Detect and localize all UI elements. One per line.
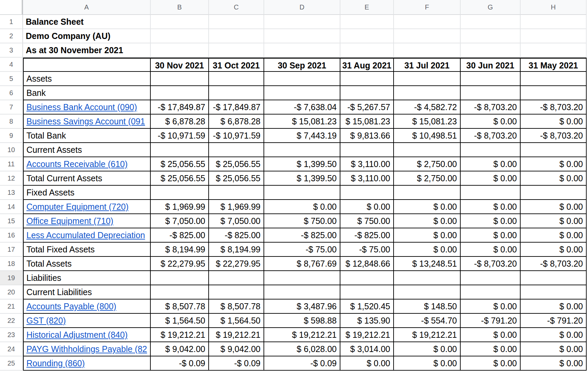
cell-E7[interactable]: -$ 5,267.57 xyxy=(340,100,394,115)
cell-H6[interactable] xyxy=(521,86,587,100)
cell-H12[interactable]: $ 0.00 xyxy=(521,171,587,186)
cell-B23[interactable]: $ 19,212.21 xyxy=(151,328,209,342)
cell-H23[interactable]: $ 0.00 xyxy=(521,328,587,342)
cell-D23[interactable]: $ 19,212.21 xyxy=(264,328,340,342)
cell-F23[interactable]: $ 19,212.21 xyxy=(394,328,461,342)
cell-F5[interactable] xyxy=(394,72,461,86)
cell-D16[interactable]: -$ 825.00 xyxy=(264,228,340,243)
column-header-E[interactable]: E xyxy=(340,0,394,15)
cell-D22[interactable]: $ 598.88 xyxy=(264,314,340,328)
select-all-corner[interactable] xyxy=(0,0,23,15)
cell-B4[interactable]: 30 Nov 2021 xyxy=(151,58,209,72)
cell-G11[interactable]: $ 0.00 xyxy=(461,157,521,171)
cell-D4[interactable]: 30 Sep 2021 xyxy=(264,58,340,72)
cell-G23[interactable]: $ 0.00 xyxy=(461,328,521,342)
cell-H21[interactable]: $ 0.00 xyxy=(521,299,587,314)
cell-F21[interactable]: $ 148.50 xyxy=(394,299,461,314)
cell-E20[interactable] xyxy=(340,285,394,299)
cell-C1[interactable] xyxy=(209,15,264,29)
cell-B22[interactable]: $ 1,564.50 xyxy=(151,314,209,328)
row-header-10[interactable]: 10 xyxy=(0,143,23,157)
cell-G20[interactable] xyxy=(461,285,521,299)
cell-B3[interactable] xyxy=(151,43,209,58)
cell-E12[interactable]: $ 3,110.00 xyxy=(340,171,394,186)
cell-G24[interactable]: $ 0.00 xyxy=(461,342,521,356)
cell-E9[interactable]: $ 9,813.66 xyxy=(340,129,394,143)
row-header-5[interactable]: 5 xyxy=(0,72,23,86)
cell-F6[interactable] xyxy=(394,86,461,100)
cell-C13[interactable] xyxy=(209,186,264,200)
cell-F24[interactable]: $ 0.00 xyxy=(394,342,461,356)
cell-A24-account-link[interactable]: PAYG Withholdings Payable (82 xyxy=(23,342,151,356)
cell-H8[interactable]: $ 0.00 xyxy=(521,115,587,129)
cell-D15[interactable]: $ 750.00 xyxy=(264,214,340,228)
cell-D18[interactable]: $ 8,767.69 xyxy=(264,257,340,271)
cell-B8[interactable]: $ 6,878.28 xyxy=(151,115,209,129)
cell-C8[interactable]: $ 6,878.28 xyxy=(209,115,264,129)
row-header-2[interactable]: 2 xyxy=(0,29,23,43)
cell-E23[interactable]: $ 19,212.21 xyxy=(340,328,394,342)
cell-C18[interactable]: $ 22,279.95 xyxy=(209,257,264,271)
cell-G12[interactable]: $ 0.00 xyxy=(461,171,521,186)
cell-B1[interactable] xyxy=(151,15,209,29)
cell-A23-account-link[interactable]: Historical Adjustment (840) xyxy=(23,328,151,342)
cell-E2[interactable] xyxy=(340,29,394,43)
cell-G25[interactable]: $ 0.00 xyxy=(461,356,521,371)
cell-D13[interactable] xyxy=(264,186,340,200)
cell-E5[interactable] xyxy=(340,72,394,86)
row-header-13[interactable]: 13 xyxy=(0,186,23,200)
cell-E24[interactable]: $ 3,014.00 xyxy=(340,342,394,356)
cell-G14[interactable]: $ 0.00 xyxy=(461,200,521,214)
cell-E18[interactable]: $ 12,848.66 xyxy=(340,257,394,271)
cell-E6[interactable] xyxy=(340,86,394,100)
cell-G3[interactable] xyxy=(461,43,521,58)
row-header-23[interactable]: 23 xyxy=(0,328,23,342)
cell-D10[interactable] xyxy=(264,143,340,157)
row-header-3[interactable]: 3 xyxy=(0,43,23,58)
cell-G21[interactable]: $ 0.00 xyxy=(461,299,521,314)
cell-D8[interactable]: $ 15,081.23 xyxy=(264,115,340,129)
cell-F12[interactable]: $ 2,750.00 xyxy=(394,171,461,186)
cell-G13[interactable] xyxy=(461,186,521,200)
cell-B2[interactable] xyxy=(151,29,209,43)
cell-B5[interactable] xyxy=(151,72,209,86)
cell-B6[interactable] xyxy=(151,86,209,100)
cell-C6[interactable] xyxy=(209,86,264,100)
cell-A2[interactable]: Demo Company (AU) xyxy=(23,29,151,43)
cell-E22[interactable]: $ 135.90 xyxy=(340,314,394,328)
column-header-A[interactable]: A xyxy=(23,0,151,15)
cell-H19[interactable] xyxy=(521,271,587,285)
cell-F9[interactable]: $ 10,498.51 xyxy=(394,129,461,143)
cell-B15[interactable]: $ 7,050.00 xyxy=(151,214,209,228)
cell-G18[interactable]: -$ 8,703.20 xyxy=(461,257,521,271)
column-header-H[interactable]: H xyxy=(521,0,587,15)
cell-F20[interactable] xyxy=(394,285,461,299)
cell-H4[interactable]: 31 May 2021 xyxy=(521,58,587,72)
cell-C2[interactable] xyxy=(209,29,264,43)
cell-F15[interactable]: $ 0.00 xyxy=(394,214,461,228)
cell-F3[interactable] xyxy=(394,43,461,58)
cell-F16[interactable]: $ 0.00 xyxy=(394,228,461,243)
cell-H2[interactable] xyxy=(521,29,587,43)
cell-A4[interactable] xyxy=(23,58,151,72)
cell-H7[interactable]: -$ 8,703.20 xyxy=(521,100,587,115)
cell-D11[interactable]: $ 1,399.50 xyxy=(264,157,340,171)
cell-C3[interactable] xyxy=(209,43,264,58)
cell-D25[interactable]: -$ 0.09 xyxy=(264,356,340,371)
row-header-6[interactable]: 6 xyxy=(0,86,23,100)
cell-E13[interactable] xyxy=(340,186,394,200)
cell-E14[interactable]: $ 0.00 xyxy=(340,200,394,214)
cell-E25[interactable]: $ 0.00 xyxy=(340,356,394,371)
row-header-8[interactable]: 8 xyxy=(0,115,23,129)
cell-A12[interactable]: Total Current Assets xyxy=(23,171,151,186)
cell-D1[interactable] xyxy=(264,15,340,29)
cell-G19[interactable] xyxy=(461,271,521,285)
row-header-24[interactable]: 24 xyxy=(0,342,23,356)
cell-B20[interactable] xyxy=(151,285,209,299)
row-header-14[interactable]: 14 xyxy=(0,200,23,214)
cell-D14[interactable]: $ 0.00 xyxy=(264,200,340,214)
cell-F13[interactable] xyxy=(394,186,461,200)
cell-B19[interactable] xyxy=(151,271,209,285)
cell-D2[interactable] xyxy=(264,29,340,43)
cell-A13[interactable]: Fixed Assets xyxy=(23,186,151,200)
